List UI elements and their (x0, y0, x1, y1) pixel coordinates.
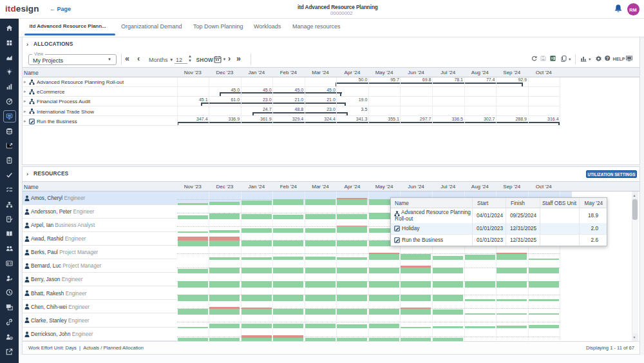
svg-text:?: ? (606, 56, 609, 61)
